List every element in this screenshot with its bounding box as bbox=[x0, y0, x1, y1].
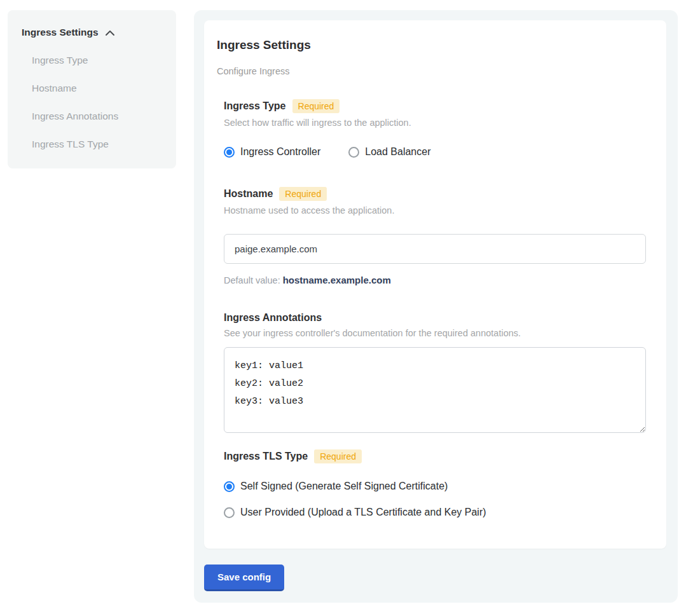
radio-option-user-provided[interactable]: User Provided (Upload a TLS Certificate … bbox=[224, 507, 646, 518]
radio-option-load-balancer[interactable]: Load Balancer bbox=[348, 146, 430, 158]
section-heading-ingress-annotations: Ingress Annotations bbox=[224, 312, 322, 324]
sidebar-item-hostname[interactable]: Hostname bbox=[32, 83, 162, 94]
section-head: Ingress Type Required bbox=[224, 99, 646, 113]
default-value-text: hostname.example.com bbox=[283, 275, 391, 285]
radio-icon[interactable] bbox=[224, 507, 235, 518]
sidebar-item-ingress-tls-type[interactable]: Ingress TLS Type bbox=[32, 139, 162, 150]
section-head: Hostname Required bbox=[224, 187, 646, 201]
config-nav-sidebar: Ingress Settings Ingress Type Hostname I… bbox=[8, 10, 176, 168]
hostname-default-line: Default value: hostname.example.com bbox=[224, 275, 646, 285]
radio-label: Load Balancer bbox=[365, 146, 430, 158]
section-heading-ingress-tls-type: Ingress TLS Type bbox=[224, 451, 308, 462]
radio-label: User Provided (Upload a TLS Certificate … bbox=[240, 507, 486, 518]
section-heading-hostname: Hostname bbox=[224, 188, 273, 200]
sidebar-item-ingress-annotations[interactable]: Ingress Annotations bbox=[32, 111, 162, 122]
tls-radio-group: Self Signed (Generate Self Signed Certif… bbox=[224, 481, 646, 518]
sidebar-item-ingress-type[interactable]: Ingress Type bbox=[32, 55, 162, 66]
required-badge: Required bbox=[279, 187, 327, 201]
radio-icon[interactable] bbox=[348, 147, 359, 158]
radio-option-ingress-controller[interactable]: Ingress Controller bbox=[224, 146, 320, 158]
form-sections: Ingress Type Required Select how traffic… bbox=[224, 99, 646, 518]
section-heading-ingress-type: Ingress Type bbox=[224, 100, 286, 112]
section-hostname: Hostname Required Hostname used to acces… bbox=[224, 187, 646, 285]
sidebar-group-label: Ingress Settings bbox=[22, 27, 99, 38]
ingress-annotations-textarea[interactable]: key1: value1 key2: value2 key3: value3 bbox=[224, 347, 646, 433]
section-ingress-tls-type: Ingress TLS Type Required Self Signed (G… bbox=[224, 449, 646, 518]
card-title: Ingress Settings bbox=[217, 38, 654, 52]
section-help-hostname: Hostname used to access the application. bbox=[224, 205, 646, 216]
section-ingress-annotations: Ingress Annotations See your ingress con… bbox=[224, 312, 646, 435]
sidebar-group-ingress-settings[interactable]: Ingress Settings bbox=[22, 27, 162, 38]
save-config-button[interactable]: Save config bbox=[204, 565, 284, 591]
section-help-ingress-annotations: See your ingress controller's documentat… bbox=[224, 328, 646, 338]
section-head: Ingress TLS Type Required bbox=[224, 449, 646, 463]
ingress-type-radio-group: Ingress Controller Load Balancer bbox=[224, 146, 646, 158]
radio-icon[interactable] bbox=[224, 147, 235, 158]
radio-option-self-signed[interactable]: Self Signed (Generate Self Signed Certif… bbox=[224, 481, 646, 492]
required-badge: Required bbox=[292, 99, 340, 113]
section-ingress-type: Ingress Type Required Select how traffic… bbox=[224, 99, 646, 158]
required-badge: Required bbox=[314, 449, 362, 463]
radio-icon[interactable] bbox=[224, 481, 235, 492]
ingress-settings-card: Ingress Settings Configure Ingress Ingre… bbox=[204, 20, 666, 549]
config-panel: Ingress Settings Configure Ingress Ingre… bbox=[194, 10, 678, 603]
radio-label: Self Signed (Generate Self Signed Certif… bbox=[240, 481, 448, 492]
chevron-up-icon[interactable] bbox=[105, 30, 115, 36]
section-head: Ingress Annotations bbox=[224, 312, 646, 324]
radio-label: Ingress Controller bbox=[240, 146, 320, 158]
card-subtitle: Configure Ingress bbox=[217, 66, 654, 76]
hostname-input[interactable] bbox=[224, 234, 646, 264]
section-help-ingress-type: Select how traffic will ingress to the a… bbox=[224, 118, 646, 128]
default-value-label: Default value: bbox=[224, 275, 280, 285]
